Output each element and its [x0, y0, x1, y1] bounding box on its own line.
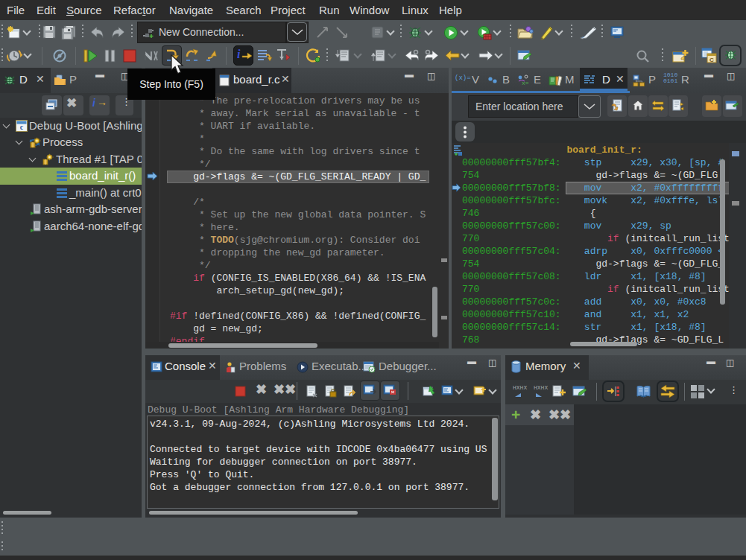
svg-text:C: C: [709, 57, 714, 63]
svg-text:c: c: [20, 123, 24, 131]
svg-text:x=: x=: [522, 80, 529, 86]
